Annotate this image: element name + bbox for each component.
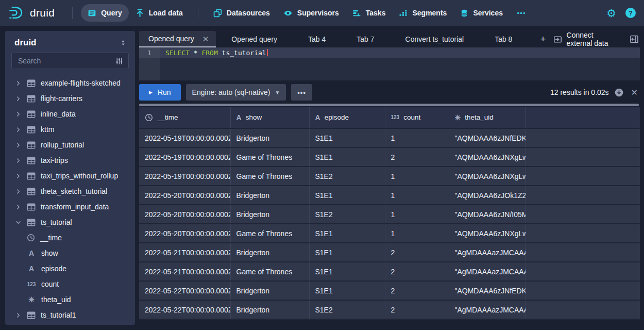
table-cell[interactable]: S1E1 [309,262,385,281]
table-cell[interactable]: S1E2 [309,167,385,186]
sort-toggle-icon[interactable] [120,39,127,47]
table-cell[interactable]: 2022-05-20T00:00:00.000Z [139,224,230,243]
chevron-right-icon[interactable] [14,173,22,179]
column-item-episode[interactable]: Aepisode [5,261,135,276]
table-cell[interactable]: "AgMDAAAazJMCAAAAA [449,300,526,319]
close-tab-icon[interactable]: ✕ [202,35,209,43]
table-cell[interactable]: 2 [385,300,449,319]
datasource-item-transform-input-data[interactable]: transform_input_data [5,199,135,214]
column-header-theta-uid[interactable]: ✳theta_uid [449,107,526,128]
column-header-count[interactable]: 123count [385,107,449,128]
table-cell[interactable]: S1E1 [309,281,385,300]
table-cell[interactable]: S1E1 [309,243,385,262]
nav-item-services[interactable]: Services [453,4,510,22]
table-cell[interactable]: Game of Thrones [230,224,309,243]
table-cell[interactable]: 2 [385,281,449,300]
download-results-icon[interactable] [614,88,624,97]
nav-item-query[interactable]: Query [81,4,128,22]
column-header-episode[interactable]: Aepisode [309,107,385,128]
table-cell[interactable]: Game of Thrones [230,167,309,186]
connect-external-data-button[interactable]: Connect external data [553,31,618,47]
table-cell[interactable]: "AQMDAAA6zJNXgLw56 [449,224,526,243]
nav-item-load-data[interactable]: Load data [129,4,190,22]
datasource-item-example-flights-sketched[interactable]: example-flights-sketched [5,75,135,91]
datasource-item-flight-carriers[interactable]: flight-carriers [5,91,135,106]
table-cell[interactable]: 2022-05-22T00:00:00.000Z [139,281,230,300]
query-tab-opened-query[interactable]: Opened query✕ [139,31,216,47]
filter-sliders-icon[interactable] [115,57,123,65]
query-tab-tab-7[interactable]: Tab 7 [341,31,389,47]
datasource-item-ts-tutorial1[interactable]: ts_tutorial1 [5,307,135,323]
datasource-item-rollup-tutorial[interactable]: rollup_tutorial [5,137,135,153]
add-tab-button[interactable]: + [533,31,553,47]
datasource-item-taxi-trips[interactable]: taxi-trips [5,153,135,168]
run-button[interactable]: ▶ Run [139,84,181,101]
chevron-right-icon[interactable] [14,111,22,117]
column-header--time[interactable]: __time [139,107,230,128]
table-cell[interactable]: 2022-05-19T00:00:00.000Z [139,147,230,167]
sql-editor[interactable]: 1 SELECT * FROM ts_tutorial [139,47,640,80]
table-cell[interactable]: S1E1 [309,224,385,243]
chevron-right-icon[interactable] [14,96,22,102]
table-cell[interactable]: 1 [385,224,449,243]
table-cell[interactable]: "AQMDAAA6zJNXgLw56 [449,147,526,167]
table-cell[interactable]: Bridgerton [230,205,309,224]
column-item-count[interactable]: 123count [5,276,135,292]
column-item-show[interactable]: Ashow [5,245,135,261]
query-tab-convert-ts-tutorial[interactable]: Convert ts_tutorial [390,31,480,47]
search-input[interactable] [17,56,115,65]
chevron-right-icon[interactable] [14,204,22,210]
close-results-icon[interactable]: ✕ [629,88,640,97]
table-cell[interactable]: 2022-05-22T00:00:00.000Z [139,300,230,319]
table-cell[interactable]: "AQMDAAA6zJN/I05M2E [449,205,526,224]
column-header-show[interactable]: Ashow [230,107,309,128]
table-cell[interactable]: 2 [385,243,449,262]
nav-item-supervisors[interactable]: Supervisors [277,4,346,22]
table-cell[interactable]: 1 [385,186,449,205]
table-cell[interactable]: "AQMDAAA6zJNfEDKQIv [449,281,526,300]
table-cell[interactable]: 2022-05-19T00:00:00.000Z [139,167,230,186]
table-cell[interactable]: Bridgerton [230,281,309,300]
table-cell[interactable]: "AgMDAAAazJMCAAAAA [449,262,526,281]
datasource-item-taxi-trips-without-rollup[interactable]: taxi_trips_without_rollup [5,168,135,184]
brand[interactable]: druid [8,6,55,21]
table-cell[interactable]: Game of Thrones [230,262,309,281]
query-tab-tab-4[interactable]: Tab 4 [293,31,341,47]
table-cell[interactable]: "AQMDAAA6zJOk1Z2Un [449,186,526,205]
datasource-item-kttm[interactable]: kttm [5,122,135,137]
table-cell[interactable]: 2022-05-20T00:00:00.000Z [139,186,230,205]
chevron-right-icon[interactable] [14,158,22,163]
table-cell[interactable]: "AQMDAAA6zJNfEDKQIv [449,128,526,147]
table-cell[interactable]: Bridgerton [230,243,309,262]
column-item--time[interactable]: __time [5,230,135,245]
table-cell[interactable]: Bridgerton [230,186,309,205]
chevron-right-icon[interactable] [14,127,22,133]
table-cell[interactable]: 2022-05-19T00:00:00.000Z [139,128,230,147]
more-options-button[interactable]: ••• [291,84,312,101]
datasource-item-ts-tutorial[interactable]: ts_tutorial [5,214,135,230]
table-cell[interactable]: 2 [385,262,449,281]
chevron-right-icon[interactable] [14,312,22,318]
table-cell[interactable]: 2022-05-20T00:00:00.000Z [139,205,230,224]
table-cell[interactable]: 1 [385,128,449,147]
table-cell[interactable]: 2022-05-21T00:00:00.000Z [139,243,230,262]
table-cell[interactable]: "AQMDAAA6zJNXgLw56 [449,167,526,186]
chevron-down-icon[interactable] [14,220,22,225]
chevron-right-icon[interactable] [14,189,22,194]
table-cell[interactable]: S1E2 [309,300,385,319]
nav-item-tasks[interactable]: Tasks [346,4,393,22]
table-cell[interactable]: 1 [385,167,449,186]
datasource-item-theta-sketch-tutorial[interactable]: theta_sketch_tutorial [5,184,135,199]
table-cell[interactable]: Bridgerton [230,300,309,319]
table-cell[interactable]: 1 [385,205,449,224]
table-cell[interactable]: Game of Thrones [230,147,309,167]
chevron-right-icon[interactable] [14,142,22,148]
table-cell[interactable]: "AgMDAAAazJMCAAAAA [449,243,526,262]
query-tab-opened-query[interactable]: Opened query [216,31,293,47]
table-cell[interactable]: Bridgerton [230,128,309,147]
query-tab-tab-8[interactable]: Tab 8 [479,31,528,47]
collapse-panel-icon[interactable] [630,35,639,44]
nav-item-more[interactable] [510,4,533,22]
horizontal-scrollbar[interactable] [139,104,639,106]
table-cell[interactable]: 2 [385,147,449,167]
